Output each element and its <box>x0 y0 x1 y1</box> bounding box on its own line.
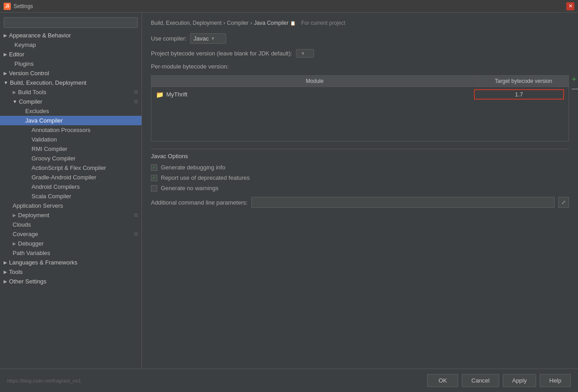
apply-button[interactable]: Apply <box>503 374 537 387</box>
module-table-container: Module Target bytecode version 📁 MyThrif… <box>151 75 569 141</box>
sidebar-item-rmi-compiler[interactable]: RMI Compiler <box>0 144 141 154</box>
chevron-down-icon: ▼ <box>210 36 215 41</box>
cancel-button[interactable]: Cancel <box>462 374 499 387</box>
sidebar-item-compiler[interactable]: ▼ Compiler ⧉ <box>0 97 141 106</box>
checkbox-warnings-label: Generate no warnings <box>161 185 218 191</box>
folder-icon: 📁 <box>156 91 164 98</box>
sidebar-item-label: Scala Compiler <box>32 193 71 200</box>
sidebar-item-excludes[interactable]: Excludes <box>0 106 141 116</box>
close-button[interactable]: ✕ <box>566 2 574 10</box>
project-icon: 📋 <box>290 21 296 26</box>
sidebar-item-plugins[interactable]: Plugins <box>0 59 141 68</box>
content-area: Build, Execution, Deployment › Compiler … <box>142 13 578 369</box>
help-button[interactable]: Help <box>540 374 571 387</box>
search-input[interactable] <box>4 17 138 28</box>
sidebar-item-clouds[interactable]: Clouds <box>0 220 141 229</box>
sidebar-item-label: Deployment <box>18 212 49 219</box>
sidebar-item-keymap[interactable]: Keymap <box>0 40 141 50</box>
module-version[interactable]: 1.7 <box>474 89 564 100</box>
chevron-down-icon: ▼ <box>301 51 305 56</box>
checkbox-debug[interactable] <box>151 164 157 171</box>
cmd-params-input[interactable] <box>251 197 555 208</box>
compiler-dropdown[interactable]: Javac ▼ <box>190 33 226 44</box>
sidebar-item-debugger[interactable]: ▶ Debugger <box>0 239 141 248</box>
checkbox-row-deprecated: Report use of deprecated features <box>151 174 569 181</box>
arrow-icon: ▼ <box>4 80 8 85</box>
table-header: Module Target bytecode version <box>151 76 569 87</box>
sidebar-item-actionscript-compiler[interactable]: ActionScript & Flex Compiler <box>0 163 141 173</box>
sidebar-item-label: Build Tools <box>18 89 46 96</box>
cmd-params-row: Additional command line parameters: ⤢ <box>151 197 569 208</box>
sidebar-item-label: Debugger <box>18 240 44 247</box>
sidebar-item-label: Tools <box>9 269 23 275</box>
for-project-label: For current project <box>301 20 345 26</box>
compiler-value: Javac <box>193 35 209 42</box>
module-name: 📁 MyThrift <box>156 91 474 98</box>
sidebar-item-annotation-processors[interactable]: Annotation Processors <box>0 125 141 135</box>
sidebar-item-application-servers[interactable]: Application Servers <box>0 201 141 210</box>
sidebar-item-path-variables[interactable]: Path Variables <box>0 248 141 258</box>
sidebar-item-label: Build, Execution, Deployment <box>10 79 86 86</box>
module-table: Module Target bytecode version 📁 MyThrif… <box>151 75 569 141</box>
copy-icon: ⧉ <box>134 89 138 95</box>
sidebar-item-validation[interactable]: Validation <box>0 135 141 144</box>
sidebar-item-appearance[interactable]: ▶ Appearance & Behavior <box>0 31 141 40</box>
sidebar-item-label: Compiler <box>19 98 42 105</box>
ok-button[interactable]: OK <box>427 374 458 387</box>
window-title: Settings <box>14 3 33 9</box>
sidebar-item-build-tools[interactable]: ▶ Build Tools ⧉ <box>0 87 141 97</box>
sidebar-item-coverage[interactable]: Coverage ⧉ <box>0 229 141 239</box>
col-module: Module <box>151 76 478 87</box>
sidebar-item-gradle-android-compiler[interactable]: Gradle-Android Compiler <box>0 173 141 182</box>
expand-icon: ⤢ <box>561 199 566 205</box>
sidebar-item-other-settings[interactable]: ▶ Other Settings <box>0 277 141 286</box>
bytecode-version-row: Project bytecode version (leave blank fo… <box>151 49 569 58</box>
sidebar-item-tools[interactable]: ▶ Tools <box>0 267 141 277</box>
sidebar-item-label: Annotation Processors <box>32 127 91 133</box>
arrow-icon: ▼ <box>13 99 17 104</box>
sidebar-item-label: Validation <box>32 136 57 143</box>
copy-icon: ⧉ <box>134 212 138 218</box>
sidebar-item-label: Excludes <box>25 108 49 114</box>
footer-url: https://blog.csdn.net/fragrant_no1 <box>7 378 81 383</box>
app-icon: JI <box>4 3 11 10</box>
add-module-button[interactable]: + <box>572 75 578 83</box>
arrow-icon: ▶ <box>13 213 16 218</box>
arrow-icon: ▶ <box>4 71 7 76</box>
breadcrumb-part1: Build, Execution, Deployment <box>151 20 222 26</box>
sidebar-item-label: Keymap <box>14 41 36 48</box>
checkbox-warnings[interactable] <box>151 185 157 191</box>
sidebar-item-groovy-compiler[interactable]: Groovy Compiler <box>0 154 141 163</box>
sidebar-item-java-compiler[interactable]: Java Compiler <box>0 116 141 125</box>
sidebar-item-label: Path Variables <box>13 250 50 256</box>
sidebar-item-label: Android Compilers <box>32 183 80 190</box>
module-name-label: MyThrift <box>166 91 187 98</box>
breadcrumb-current: Java Compiler <box>254 20 289 26</box>
sidebar-item-label: Gradle-Android Compiler <box>32 174 96 181</box>
sidebar-item-scala-compiler[interactable]: Scala Compiler <box>0 191 141 201</box>
titlebar: JI Settings ✕ <box>0 0 578 13</box>
copy-icon: ⧉ <box>134 99 138 105</box>
sidebar-item-label: Plugins <box>14 60 34 67</box>
table-row[interactable]: 📁 MyThrift 1.7 <box>151 87 569 102</box>
use-compiler-label: Use compiler: <box>151 35 187 42</box>
javac-section: Javac Options Generate debugging info Re… <box>151 153 569 208</box>
sidebar-item-languages-frameworks[interactable]: ▶ Languages & Frameworks <box>0 258 141 267</box>
expand-button[interactable]: ⤢ <box>558 197 569 208</box>
sidebar-item-editor[interactable]: ▶ Editor <box>0 50 141 59</box>
sidebar-item-label: Editor <box>9 51 24 58</box>
bytecode-dropdown[interactable]: ▼ <box>296 49 314 58</box>
sidebar-item-label: Languages & Frameworks <box>9 259 77 266</box>
sidebar-item-build-execution[interactable]: ▼ Build, Execution, Deployment <box>0 78 141 87</box>
sidebar-item-version-control[interactable]: ▶ Version Control <box>0 68 141 78</box>
sidebar-item-label: Java Compiler <box>25 117 63 124</box>
copy-icon: ⧉ <box>134 231 138 237</box>
sidebar-item-deployment[interactable]: ▶ Deployment ⧉ <box>0 210 141 220</box>
col-version: Target bytecode version <box>478 76 569 87</box>
per-module-label: Per-module bytecode version: <box>151 63 229 70</box>
arrow-icon: ▶ <box>4 269 7 274</box>
per-module-row: Per-module bytecode version: <box>151 63 569 70</box>
sidebar-item-android-compilers[interactable]: Android Compilers <box>0 182 141 191</box>
remove-module-button[interactable]: — <box>572 84 578 93</box>
checkbox-deprecated[interactable] <box>151 175 157 181</box>
